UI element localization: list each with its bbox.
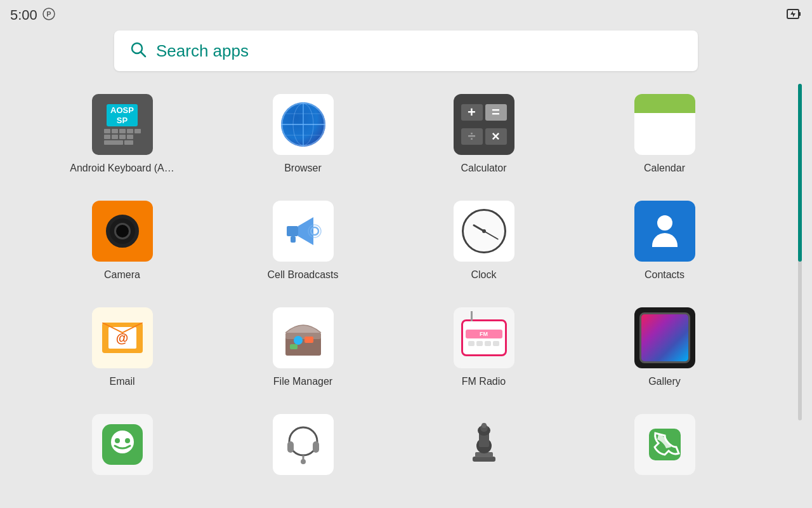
app-item-chess[interactable]	[400, 404, 568, 493]
scrollbar-track[interactable]	[798, 84, 802, 420]
contacts-icon	[634, 201, 695, 262]
status-right	[787, 8, 802, 23]
browser-label: Browser	[284, 163, 322, 174]
svg-rect-20	[304, 337, 313, 343]
email-label: Email	[109, 376, 134, 387]
calculator-icon: + = ÷ ×	[454, 94, 514, 155]
gallery-icon	[634, 307, 695, 368]
svg-point-30	[301, 459, 306, 464]
app-grid-container: AOSPSP Android Keyboard (A…	[0, 84, 812, 508]
chess-icon	[454, 414, 514, 475]
svg-point-26	[289, 427, 317, 455]
svg-point-25	[125, 438, 130, 443]
phone-icon	[634, 414, 695, 475]
headset-icon	[273, 414, 334, 475]
app-item-headset[interactable]	[219, 404, 387, 493]
svg-point-24	[115, 438, 120, 443]
svg-rect-28	[313, 441, 319, 453]
app-grid-bottom-row	[38, 404, 774, 508]
cell-broadcasts-label: Cell Broadcasts	[267, 269, 338, 281]
android-keyboard-icon: AOSPSP	[92, 94, 153, 155]
status-time: 5:00	[10, 7, 37, 23]
hangouts-icon	[92, 414, 153, 475]
app-item-hangouts[interactable]	[38, 404, 206, 493]
svg-rect-31	[473, 457, 495, 462]
app-item-contacts[interactable]: Contacts	[580, 190, 749, 291]
cell-broadcasts-icon	[273, 201, 334, 262]
search-container: Search apps	[0, 30, 812, 71]
app-item-calendar[interactable]: Calendar	[580, 84, 749, 184]
status-bar: 5:00 P	[0, 0, 812, 30]
calendar-icon	[634, 94, 695, 155]
svg-point-37	[481, 423, 487, 428]
svg-rect-18	[285, 333, 321, 339]
fm-radio-label: FM Radio	[462, 376, 506, 387]
search-placeholder: Search apps	[156, 41, 249, 61]
svg-rect-12	[287, 226, 298, 236]
camera-label: Camera	[104, 269, 140, 281]
calendar-label: Calendar	[644, 163, 685, 174]
clock-icon	[454, 201, 514, 262]
svg-text:P: P	[46, 10, 51, 18]
battery-charging-icon	[787, 11, 802, 22]
android-keyboard-label: Android Keyboard (A…	[70, 163, 174, 174]
search-icon	[129, 41, 147, 61]
svg-point-23	[111, 431, 134, 453]
calculator-label: Calculator	[461, 163, 506, 174]
app-item-gallery[interactable]: Gallery	[580, 297, 749, 398]
scrollbar-thumb[interactable]	[798, 84, 802, 262]
svg-point-19	[294, 336, 303, 345]
app-item-fm-radio[interactable]: FM FM Radio	[400, 297, 568, 398]
file-manager-label: File Manager	[273, 376, 332, 387]
svg-rect-3	[799, 12, 801, 16]
app-item-android-keyboard[interactable]: AOSPSP Android Keyboard (A…	[38, 84, 206, 184]
browser-icon	[273, 94, 334, 155]
app-grid: AOSPSP Android Keyboard (A…	[38, 84, 774, 398]
svg-rect-21	[290, 344, 298, 349]
svg-line-6	[141, 52, 145, 57]
gallery-label: Gallery	[648, 376, 681, 387]
app-item-camera[interactable]: Camera	[38, 190, 206, 291]
svg-marker-4	[790, 11, 796, 17]
svg-rect-14	[291, 236, 296, 243]
parking-icon: P	[43, 8, 55, 23]
status-left: 5:00 P	[10, 7, 55, 23]
clock-label: Clock	[471, 269, 496, 281]
app-item-file-manager[interactable]: File Manager	[219, 297, 387, 398]
email-icon: @	[92, 307, 153, 368]
app-item-phone[interactable]	[580, 404, 749, 493]
fm-radio-icon: FM	[454, 307, 514, 368]
app-item-magnifier[interactable]	[38, 499, 206, 508]
camera-icon	[92, 201, 153, 262]
app-item-cell-broadcasts[interactable]: Cell Broadcasts	[219, 190, 387, 291]
app-item-browser[interactable]: Browser	[219, 84, 387, 184]
app-item-email[interactable]: @ Email	[38, 297, 206, 398]
contacts-label: Contacts	[645, 269, 684, 281]
file-manager-icon	[273, 307, 334, 368]
app-item-clock[interactable]: Clock	[400, 190, 568, 291]
search-bar[interactable]: Search apps	[114, 30, 698, 71]
svg-rect-27	[287, 441, 294, 453]
app-item-calculator[interactable]: + = ÷ × Calculator	[400, 84, 568, 184]
